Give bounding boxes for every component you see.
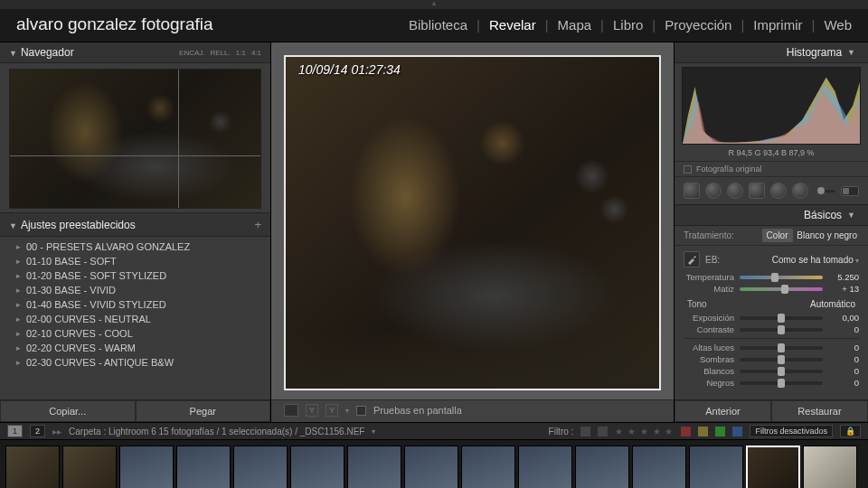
tool-strip xyxy=(675,177,868,205)
filmstrip-thumb[interactable] xyxy=(689,446,743,488)
label-green-icon[interactable] xyxy=(715,427,725,436)
gradient-tool-icon[interactable] xyxy=(749,183,765,199)
filters-off[interactable]: Filtros desactivados xyxy=(750,425,833,437)
preset-folder[interactable]: 00 - PRESETS ALVARO GONZALEZ xyxy=(0,239,270,254)
flag-pick-icon[interactable] xyxy=(580,427,590,436)
module-biblioteca[interactable]: Biblioteca xyxy=(409,17,467,33)
preset-list: 00 - PRESETS ALVARO GONZALEZ 01-10 BASE … xyxy=(0,237,270,399)
filmstrip-thumb[interactable] xyxy=(518,446,572,488)
wb-dropper-icon[interactable] xyxy=(684,251,700,267)
navigator-header[interactable]: ▼Navegador ENCAJ. RELL. 1:1 4:1 xyxy=(0,42,270,63)
presets-header[interactable]: ▼Ajustes preestablecidos + xyxy=(0,212,270,237)
filmstrip-thumb[interactable] xyxy=(632,446,686,488)
filmstrip-thumb[interactable] xyxy=(575,446,629,488)
previous-button[interactable]: Anterior xyxy=(675,400,771,422)
tool-switch[interactable] xyxy=(841,186,859,196)
zoom-1-1[interactable]: 1:1 xyxy=(236,49,246,57)
center-toolbar: Y Y ▾ Pruebas en pantalla xyxy=(271,399,674,422)
exposure-slider[interactable] xyxy=(740,316,823,320)
before-after-y1-icon[interactable]: Y xyxy=(306,404,318,417)
module-mapa[interactable]: Mapa xyxy=(558,17,592,33)
module-libro[interactable]: Libro xyxy=(613,17,643,33)
preset-folder[interactable]: 02-00 CURVES - NEUTRAL xyxy=(0,312,270,326)
loupe-view-icon[interactable] xyxy=(284,404,298,417)
highlights-slider[interactable] xyxy=(740,346,823,350)
reset-button[interactable]: Restaurar xyxy=(771,400,868,422)
filmstrip-thumb[interactable] xyxy=(62,446,117,488)
zoom-fill[interactable]: RELL. xyxy=(211,49,231,57)
zoom-4-1[interactable]: 4:1 xyxy=(251,49,261,57)
zoom-fit[interactable]: ENCAJ. xyxy=(179,49,204,57)
whites-slider[interactable] xyxy=(740,370,823,373)
preset-folder[interactable]: 02-10 CURVES - COOL xyxy=(0,326,270,341)
filmstrip[interactable] xyxy=(0,440,868,488)
secondary-display-2[interactable]: 2 xyxy=(30,425,45,437)
tint-slider[interactable] xyxy=(740,287,823,291)
module-revelar[interactable]: Revelar xyxy=(489,17,536,33)
filmstrip-path[interactable]: Carpeta : Lightroom 6 15 fotografías / 1… xyxy=(69,427,364,436)
tone-label: Tono xyxy=(687,299,707,309)
navigator-preview[interactable] xyxy=(0,63,270,212)
wb-select[interactable]: Como se ha tomado xyxy=(725,255,859,265)
main-image[interactable] xyxy=(284,55,661,390)
rating-filter[interactable]: ★ ★ ★ ★ ★ xyxy=(615,427,674,436)
basics-header[interactable]: Básicos▼ xyxy=(675,205,868,226)
label-blue-icon[interactable] xyxy=(732,427,742,436)
module-proyeccion[interactable]: Proyección xyxy=(665,17,731,33)
filmstrip-thumb[interactable] xyxy=(176,446,231,488)
crop-tool-icon[interactable] xyxy=(684,183,700,199)
module-web[interactable]: Web xyxy=(824,17,852,33)
preset-folder[interactable]: 01-10 BASE - SOFT xyxy=(0,254,270,268)
filter-lock-icon[interactable]: 🔒 xyxy=(840,425,861,437)
blacks-slider[interactable] xyxy=(740,381,823,385)
filmstrip-thumb[interactable] xyxy=(461,446,515,488)
preset-folder[interactable]: 01-20 BASE - SOFT STYLIZED xyxy=(0,268,270,283)
treatment-bw[interactable]: Blanco y negro xyxy=(795,229,859,242)
filter-label: Filtro : xyxy=(549,427,574,436)
filmstrip-thumb[interactable] xyxy=(347,446,401,488)
treatment-row: Tratamiento: Color Blanco y negro xyxy=(675,226,868,246)
filmstrip-thumb[interactable] xyxy=(803,446,857,488)
secondary-display-1[interactable]: 1 xyxy=(7,425,23,437)
module-imprimir[interactable]: Imprimir xyxy=(753,17,802,33)
filmstrip-thumb[interactable] xyxy=(290,446,344,488)
filmstrip-thumb[interactable] xyxy=(404,446,458,488)
redeye-tool-icon[interactable] xyxy=(727,183,743,199)
label-yellow-icon[interactable] xyxy=(698,427,708,436)
preset-folder[interactable]: 02-20 CURVES - WARM xyxy=(0,341,270,355)
brush-tool-icon[interactable] xyxy=(792,183,808,199)
auto-tone-button[interactable]: Automático xyxy=(810,299,855,309)
navigator-title: Navegador xyxy=(21,46,74,59)
treatment-color[interactable]: Color xyxy=(762,229,793,242)
filmstrip-thumb[interactable] xyxy=(233,446,288,488)
label-red-icon[interactable] xyxy=(681,427,691,436)
filmstrip-info-bar: 1 2 ▸▸ Carpeta : Lightroom 6 15 fotograf… xyxy=(0,422,868,440)
histogram-chart[interactable] xyxy=(682,67,861,145)
add-preset-icon[interactable]: + xyxy=(254,218,261,231)
contrast-slider[interactable] xyxy=(740,328,823,332)
filmstrip-thumb[interactable] xyxy=(5,446,60,488)
paste-button[interactable]: Pegar xyxy=(136,400,271,422)
preset-folder[interactable]: 02-30 CURVES - ANTIQUE B&W xyxy=(0,355,270,370)
tool-opacity-slider[interactable] xyxy=(817,190,835,192)
copy-button[interactable]: Copiar... xyxy=(0,400,136,422)
histogram-header[interactable]: Histograma▼ xyxy=(675,42,868,63)
spot-tool-icon[interactable] xyxy=(705,183,722,199)
temperature-slider[interactable] xyxy=(740,276,823,279)
window-titlebar xyxy=(0,0,868,9)
flag-reject-icon[interactable] xyxy=(598,427,608,436)
preset-folder[interactable]: 01-40 BASE - VIVID STYLIZED xyxy=(0,297,270,312)
filmstrip-thumb[interactable] xyxy=(119,446,174,488)
radial-tool-icon[interactable] xyxy=(770,183,787,199)
original-checkbox[interactable] xyxy=(684,165,692,174)
before-after-y2-icon[interactable]: Y xyxy=(326,404,338,417)
softproof-checkbox[interactable] xyxy=(356,406,366,416)
shadows-slider[interactable] xyxy=(740,358,823,361)
module-picker: Biblioteca| Revelar| Mapa| Libro| Proyec… xyxy=(409,17,852,33)
filmstrip-thumb-selected[interactable] xyxy=(746,446,800,488)
right-panel-footer: Anterior Restaurar xyxy=(675,399,868,422)
image-timestamp: 10/09/14 01:27:34 xyxy=(298,62,401,77)
left-panel: ▼Navegador ENCAJ. RELL. 1:1 4:1 ▼Ajustes… xyxy=(0,42,271,422)
preset-folder[interactable]: 01-30 BASE - VIVID xyxy=(0,283,270,297)
layout-menu-icon[interactable]: ▾ xyxy=(345,407,349,415)
